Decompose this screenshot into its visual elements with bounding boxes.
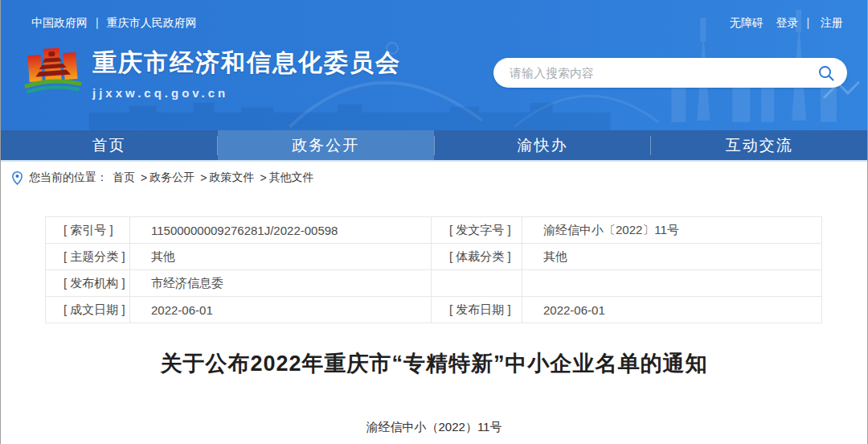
accessibility-link[interactable]: 无障碍 — [730, 16, 764, 29]
breadcrumb-item-home[interactable]: 首页 — [113, 171, 135, 185]
meta-value-written-date: 2022-06-01 — [130, 297, 432, 323]
link-china-gov[interactable]: 中国政府网 — [31, 16, 88, 29]
meta-value-index-number: 11500000009276281J/2022-00598 — [130, 217, 432, 244]
meta-label-document-symbol: [ 发文字号 ] — [432, 217, 522, 244]
nav-tab-interaction[interactable]: 互动交流 — [651, 130, 867, 160]
meta-label-genre-category: [ 体裁分类 ] — [432, 244, 522, 270]
breadcrumb-separator: > — [260, 171, 266, 184]
meta-value-genre-category: 其他 — [522, 244, 822, 270]
top-bar-divider: | — [96, 16, 99, 29]
link-chongqing-gov[interactable]: 重庆市人民政府网 — [107, 16, 197, 29]
gov-links: 中国政府网|重庆市人民政府网 — [31, 16, 197, 31]
meta-label-publish-date: [ 发布日期 ] — [432, 297, 522, 323]
site-logo[interactable]: 重庆市经济和信息化委员会 jjxxw.cq.gov.cn — [23, 43, 401, 103]
document-number: 渝经信中小（2022）11号 — [1, 420, 867, 435]
breadcrumb-item-policy-documents[interactable]: 政策文件 — [209, 171, 254, 185]
table-row: [ 成文日期 ] 2022-06-01 [ 发布日期 ] 2022-06-01 — [46, 297, 822, 323]
meta-label-written-date: [ 成文日期 ] — [46, 297, 130, 323]
meta-value-issuing-agency: 市经济信息委 — [130, 270, 432, 297]
meta-value-document-symbol: 渝经信中小〔2022〕11号 — [522, 217, 822, 244]
breadcrumb: 您当前的位置： 首页 > 政务公开 > 政策文件 > 其他文件 — [1, 162, 867, 194]
account-divider: | — [806, 16, 809, 29]
table-row: [ 主题分类 ] 其他 [ 体裁分类 ] 其他 — [46, 244, 822, 270]
meta-label-issuing-agency: [ 发布机构 ] — [46, 270, 130, 297]
breadcrumb-separator: > — [200, 171, 207, 184]
search-input[interactable] — [510, 66, 817, 80]
page: 中国政府网|重庆市人民政府网 无障碍 登录 | 注册 — [0, 0, 868, 444]
meta-label-subject-category: [ 主题分类 ] — [46, 244, 130, 270]
search-box — [493, 58, 847, 88]
account-links: 无障碍 登录 | 注册 — [730, 16, 843, 31]
breadcrumb-item-other-documents[interactable]: 其他文件 — [269, 171, 314, 185]
site-identity: 重庆市经济和信息化委员会 jjxxw.cq.gov.cn — [92, 43, 401, 100]
meta-value-publish-date: 2022-06-01 — [522, 297, 822, 323]
emblem-icon — [23, 43, 83, 103]
main-nav: 首页 政务公开 渝快办 互动交流 — [1, 130, 867, 162]
meta-label-index-number: [ 索引号 ] — [46, 217, 130, 244]
breadcrumb-prefix: 您当前的位置： — [29, 171, 108, 185]
page-title: 关于公布2022年重庆市“专精特新”中小企业名单的通知 — [1, 349, 867, 378]
breadcrumb-item-government-affairs[interactable]: 政务公开 — [149, 171, 194, 185]
table-row: [ 索引号 ] 11500000009276281J/2022-00598 [ … — [46, 217, 822, 244]
breadcrumb-separator: > — [141, 171, 147, 184]
site-header: 中国政府网|重庆市人民政府网 无障碍 登录 | 注册 — [1, 0, 867, 130]
meta-empty-cell — [522, 270, 822, 297]
register-link[interactable]: 注册 — [821, 16, 843, 29]
login-link[interactable]: 登录 — [776, 16, 799, 29]
top-bar: 中国政府网|重庆市人民政府网 无障碍 登录 | 注册 — [1, 0, 867, 31]
table-row: [ 发布机构 ] 市经济信息委 — [46, 270, 822, 297]
site-title: 重庆市经济和信息化委员会 — [92, 47, 401, 80]
nav-tab-yukuaiban[interactable]: 渝快办 — [435, 130, 651, 160]
nav-tab-government-affairs[interactable]: 政务公开 — [218, 130, 434, 160]
search-icon[interactable] — [817, 64, 836, 83]
location-pin-icon — [12, 171, 23, 185]
site-url: jjxxw.cq.gov.cn — [92, 86, 401, 100]
nav-tab-home[interactable]: 首页 — [1, 130, 217, 160]
document-meta-table: [ 索引号 ] 11500000009276281J/2022-00598 [ … — [45, 216, 822, 323]
meta-empty-cell — [432, 270, 522, 297]
meta-value-subject-category: 其他 — [130, 244, 432, 270]
